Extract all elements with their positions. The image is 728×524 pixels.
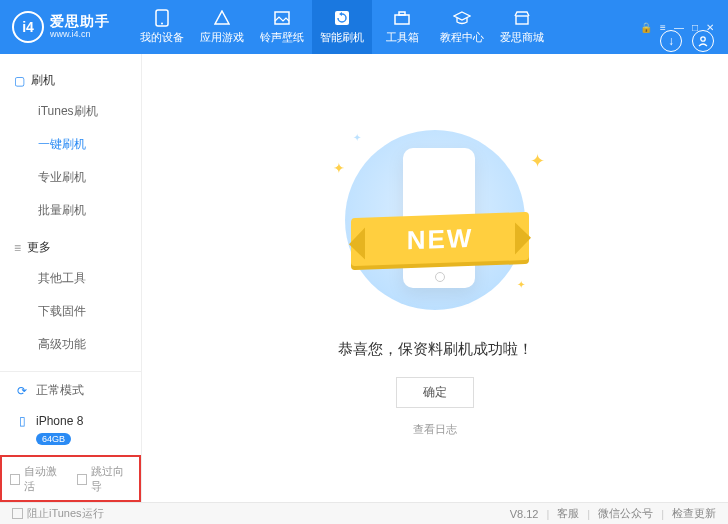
nav-label: 铃声壁纸 (260, 30, 304, 45)
svg-rect-2 (275, 12, 289, 24)
device-info[interactable]: ▯ iPhone 8 64GB (0, 409, 141, 455)
nav-apps[interactable]: 应用游戏 (192, 0, 252, 54)
device-mode[interactable]: ⟳ 正常模式 (0, 372, 141, 409)
ok-button[interactable]: 确定 (396, 377, 474, 408)
main-panel: ✦ ✦ ✦ ✦ NEW 恭喜您，保资料刷机成功啦！ 确定 查看日志 (142, 54, 728, 502)
sidebar-item-batch-flash[interactable]: 批量刷机 (0, 194, 141, 227)
svg-rect-5 (399, 12, 405, 15)
app-name: 爱思助手 (50, 14, 110, 29)
star-icon: ✦ (517, 279, 525, 290)
sync-icon: ⟳ (14, 383, 30, 399)
option-checks: 自动激活 跳过向导 (0, 455, 141, 502)
sidebar-item-pro-flash[interactable]: 专业刷机 (0, 161, 141, 194)
app-header: i4 爱思助手 www.i4.cn 我的设备 应用游戏 铃声壁纸 智能刷机 工具… (0, 0, 728, 54)
app-url: www.i4.cn (50, 30, 110, 40)
nav-label: 我的设备 (140, 30, 184, 45)
check-skip-wizard[interactable]: 跳过向导 (77, 464, 132, 494)
nav-toolbox[interactable]: 工具箱 (372, 0, 432, 54)
star-icon: ✦ (530, 150, 545, 172)
apps-icon (213, 9, 231, 27)
svg-rect-4 (395, 15, 409, 24)
status-bar: 阻止iTunes运行 V8.12 | 客服 | 微信公众号 | 检查更新 (0, 502, 728, 524)
sidebar-item-other-tools[interactable]: 其他工具 (0, 262, 141, 295)
nav-label: 智能刷机 (320, 30, 364, 45)
phone-small-icon: ▯ (14, 413, 30, 429)
success-illustration: ✦ ✦ ✦ ✦ NEW (305, 120, 565, 320)
sidebar-item-itunes-flash[interactable]: iTunes刷机 (0, 95, 141, 128)
phone-outline-icon: ▢ (14, 74, 25, 88)
sidebar-item-advanced[interactable]: 高级功能 (0, 328, 141, 361)
user-icon[interactable] (692, 30, 714, 52)
nav-label: 工具箱 (386, 30, 419, 45)
logo-icon: i4 (12, 11, 44, 43)
nav-label: 教程中心 (440, 30, 484, 45)
sidebar-item-oneclick-flash[interactable]: 一键刷机 (0, 128, 141, 161)
nav-tutorial[interactable]: 教程中心 (432, 0, 492, 54)
graduation-icon (453, 9, 471, 27)
nav-label: 应用游戏 (200, 30, 244, 45)
sidebar: ▢ 刷机 iTunes刷机 一键刷机 专业刷机 批量刷机 ≡ 更多 其他工具 下… (0, 54, 142, 502)
check-auto-activate[interactable]: 自动激活 (10, 464, 65, 494)
version-label: V8.12 (510, 508, 539, 520)
nav-ringtones[interactable]: 铃声壁纸 (252, 0, 312, 54)
footer-link-update[interactable]: 检查更新 (672, 506, 716, 521)
sidebar-group-more[interactable]: ≡ 更多 (0, 233, 141, 262)
nav-flash[interactable]: 智能刷机 (312, 0, 372, 54)
check-prevent-itunes[interactable]: 阻止iTunes运行 (12, 506, 104, 521)
sparkle-icon: ✦ (353, 132, 361, 143)
storage-badge: 64GB (36, 433, 71, 445)
sidebar-group-flash[interactable]: ▢ 刷机 (0, 66, 141, 95)
sidebar-item-download-firmware[interactable]: 下载固件 (0, 295, 141, 328)
image-icon (273, 9, 291, 27)
nav-label: 爱思商城 (500, 30, 544, 45)
refresh-icon (333, 9, 351, 27)
phone-icon (153, 9, 171, 27)
svg-point-7 (701, 37, 705, 41)
toolbox-icon (393, 9, 411, 27)
list-icon: ≡ (14, 241, 21, 255)
lock-icon[interactable]: 🔒 (640, 22, 652, 33)
view-log-link[interactable]: 查看日志 (413, 422, 457, 437)
success-message: 恭喜您，保资料刷机成功啦！ (338, 340, 533, 359)
nav-my-device[interactable]: 我的设备 (132, 0, 192, 54)
download-icon[interactable]: ↓ (660, 30, 682, 52)
svg-rect-6 (516, 16, 528, 24)
nav-store[interactable]: 爱思商城 (492, 0, 552, 54)
app-logo: i4 爱思助手 www.i4.cn (0, 11, 122, 43)
star-icon: ✦ (333, 160, 345, 176)
footer-link-wechat[interactable]: 微信公众号 (598, 506, 653, 521)
store-icon (513, 9, 531, 27)
new-ribbon: NEW (351, 211, 529, 265)
svg-point-1 (161, 23, 163, 25)
top-nav: 我的设备 应用游戏 铃声壁纸 智能刷机 工具箱 教程中心 爱思商城 (132, 0, 626, 54)
footer-link-support[interactable]: 客服 (557, 506, 579, 521)
